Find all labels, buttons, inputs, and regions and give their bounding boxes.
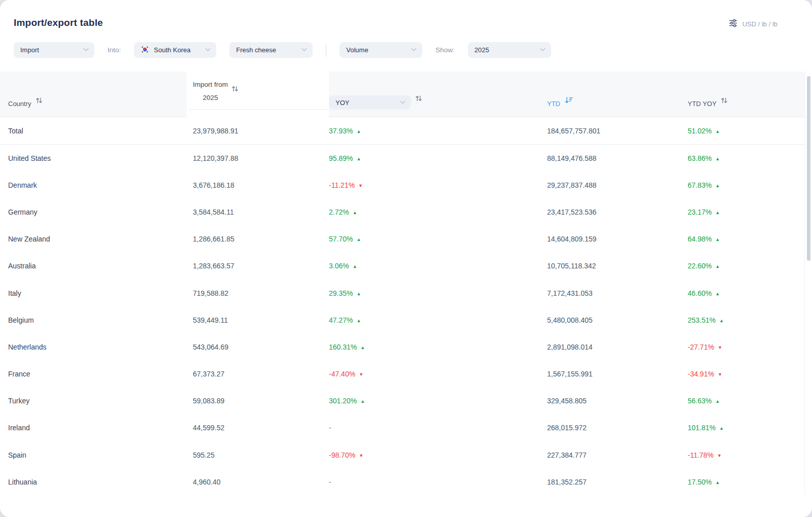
value-cell: 44,599.52	[187, 424, 329, 432]
yoy-cell: -	[329, 478, 547, 486]
trend-arrow-icon: ▲	[356, 291, 361, 296]
yoy-cell: 37.93%▲	[329, 127, 547, 135]
country-select[interactable]: South Korea	[134, 42, 216, 58]
country-cell: Italy	[0, 289, 187, 297]
units-label: USD / lb / lb	[742, 20, 777, 28]
trend-arrow-icon: ▲	[715, 210, 720, 215]
ytd-yoy-cell: 67.83%▲	[688, 181, 804, 189]
ytd-cell: 268,015.972	[547, 424, 688, 432]
country-cell: Spain	[0, 451, 187, 459]
trend-arrow-icon: ▲	[356, 237, 361, 242]
table-row[interactable]: Denmark 3,676,186.18 -11.21%▼ 29,237,837…	[0, 171, 804, 198]
chevron-down-icon	[206, 46, 211, 51]
country-cell: Lithuania	[0, 478, 187, 486]
table-row[interactable]: Turkey 59,083.89 301.20%▲ 329,458.805 56…	[0, 388, 804, 415]
table-row[interactable]: New Zealand 1,286,661.85 57.70%▲ 14,604,…	[0, 226, 804, 253]
table-body: Total 23,979,988.91 37.93%▲ 184,657,757.…	[0, 117, 804, 495]
ytd-yoy-cell: -11.78%▼	[688, 451, 804, 459]
yoy-cell: 29.35%▲	[329, 289, 547, 297]
value-cell: 3,676,186.18	[187, 181, 329, 189]
value-cell: 4,960.40	[187, 478, 329, 486]
trend-arrow-icon: ▲	[715, 129, 720, 134]
sort-icon-value[interactable]	[231, 85, 239, 93]
trend-arrow-icon: ▲	[360, 345, 365, 350]
filter-bar: Import Into:	[14, 42, 812, 58]
value-cell: 595.25	[187, 451, 329, 459]
percent-value: 67.83%	[688, 181, 712, 189]
import-export-card: Import/export table USD / lb / lb Import…	[0, 0, 812, 517]
country-cell: Turkey	[0, 397, 187, 405]
percent-value: 29.35%	[329, 289, 353, 297]
percent-value: 160.31%	[329, 343, 357, 351]
trend-arrow-icon: ▲	[719, 426, 724, 431]
trend-arrow-icon: ▲	[353, 210, 357, 215]
yoy-cell: 57.70%▲	[329, 235, 547, 243]
sort-descending-icon-ytd[interactable]	[564, 96, 574, 105]
show-label: Show:	[435, 46, 455, 54]
value-cell: 1,286,661.85	[187, 235, 329, 243]
table-row[interactable]: Belgium 539,449.11 47.27%▲ 5,480,008.405…	[0, 306, 804, 333]
ytd-cell: 88,149,476.588	[547, 154, 688, 162]
percent-value: 46.60%	[688, 289, 712, 297]
ytd-cell: 5,480,008.405	[547, 316, 688, 324]
yoy-column-select[interactable]: YOY	[329, 95, 411, 110]
country-cell: New Zealand	[0, 235, 187, 243]
trend-arrow-icon: ▲	[715, 237, 720, 242]
ytd-cell: 23,417,523.536	[547, 208, 688, 216]
column-header-ytd: YTD	[547, 100, 560, 108]
column-header-country: Country	[8, 100, 31, 108]
vertical-scrollbar[interactable]	[807, 76, 810, 261]
ytd-yoy-cell: 253.51%▲	[688, 316, 804, 324]
percent-value: -	[329, 424, 331, 432]
table-row[interactable]: Italy 719,588.82 29.35%▲ 7,172,431.053 4…	[0, 280, 804, 306]
column-header-import-from: Import from	[193, 78, 228, 91]
chevron-down-icon	[400, 98, 405, 104]
sort-icon-ytd-yoy[interactable]	[721, 96, 728, 105]
value-cell: 3,584,584.11	[187, 208, 329, 216]
ytd-cell: 7,172,431.053	[547, 289, 688, 297]
metric-select[interactable]: Volume	[340, 42, 422, 58]
country-cell: United States	[0, 154, 187, 162]
year-select[interactable]: 2025	[468, 42, 551, 58]
value-cell: 59,083.89	[187, 397, 329, 405]
yoy-cell: 160.31%▲	[329, 343, 547, 351]
percent-value: 23.17%	[688, 208, 712, 216]
units-control[interactable]: USD / lb / lb	[729, 19, 777, 29]
percent-value: -11.78%	[688, 451, 714, 459]
ytd-yoy-cell: 17.50%▲	[688, 478, 804, 486]
ytd-yoy-cell: 56.63%▲	[688, 397, 804, 405]
product-select[interactable]: Fresh cheese	[229, 42, 313, 58]
value-cell: 719,588.82	[187, 289, 329, 297]
table-row[interactable]: Total 23,979,988.91 37.93%▲ 184,657,757.…	[0, 117, 804, 145]
country-select-value: South Korea	[154, 46, 190, 54]
chevron-down-icon	[302, 46, 307, 51]
column-header-ytd-yoy: YTD YOY	[688, 100, 717, 108]
percent-value: 37.93%	[329, 127, 353, 135]
table-row[interactable]: Spain 595.25 -98.70%▼ 227,384.777 -11.78…	[0, 441, 804, 468]
south-korea-flag-icon	[141, 45, 149, 55]
percent-value: -98.70%	[329, 451, 355, 459]
sort-icon-country[interactable]	[36, 96, 43, 105]
trend-arrow-icon: ▲	[356, 318, 361, 323]
table-row[interactable]: Australia 1,283,663.57 3.06%▲ 10,705,118…	[0, 253, 804, 280]
table-row[interactable]: Netherlands 543,064.69 160.31%▲ 2,891,09…	[0, 333, 804, 360]
percent-value: -11.21%	[329, 181, 355, 189]
column-header-year: 2025	[193, 91, 228, 105]
table-row[interactable]: Lithuania 4,960.40 - 181,352.257 17.50%▲	[0, 468, 804, 495]
yoy-cell: 301.20%▲	[329, 397, 547, 405]
ytd-yoy-cell: 23.17%▲	[688, 208, 804, 216]
table-row[interactable]: United States 12,120,397.88 95.89%▲ 88,1…	[0, 145, 804, 171]
percent-value: 57.70%	[329, 235, 353, 243]
trend-arrow-icon: ▼	[359, 453, 363, 458]
table-row[interactable]: Germany 3,584,584.11 2.72%▲ 23,417,523.5…	[0, 198, 804, 225]
direction-select[interactable]: Import	[14, 42, 94, 58]
percent-value: 64.98%	[688, 235, 712, 243]
table-row[interactable]: Ireland 44,599.52 - 268,015.972 101.81%▲	[0, 415, 804, 441]
trend-arrow-icon: ▲	[715, 264, 720, 269]
table-row[interactable]: France 67,373.27 -47.40%▼ 1,567,155.991 …	[0, 361, 804, 388]
trend-arrow-icon: ▲	[353, 264, 357, 269]
yoy-cell: -98.70%▼	[329, 451, 547, 459]
table-header-row: Country Import from 2025	[0, 72, 804, 117]
percent-value: 253.51%	[688, 316, 716, 324]
sort-icon-yoy[interactable]	[415, 94, 422, 102]
